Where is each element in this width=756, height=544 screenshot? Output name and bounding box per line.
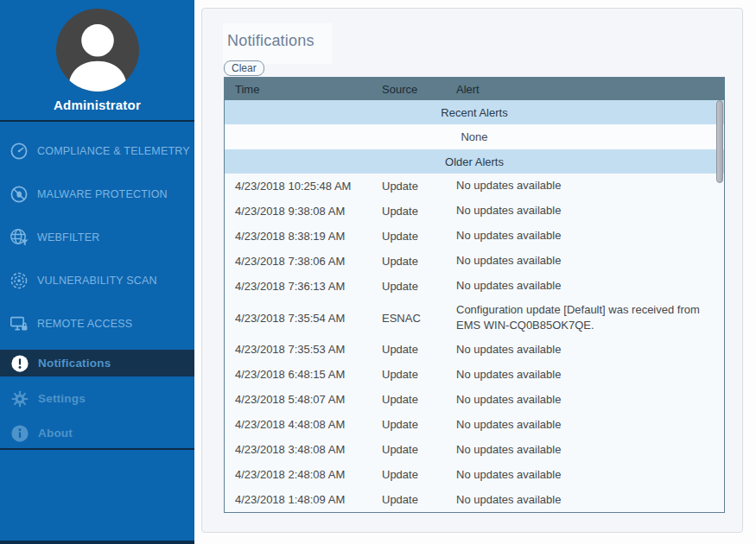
time-cell: 4/23/2018 4:48:08 AM	[235, 418, 382, 431]
table-row: 4/23/2018 7:35:53 AMUpdateNo updates ava…	[225, 337, 724, 362]
clear-button[interactable]: Clear	[224, 60, 264, 76]
alert-circle-icon	[10, 354, 29, 373]
alert-cell: No updates available	[456, 342, 724, 357]
alert-cell: No updates available	[456, 253, 724, 269]
time-cell: 4/23/2018 7:35:54 AM	[235, 312, 382, 325]
table-row: 4/23/2018 8:38:19 AMUpdateNo updates ava…	[225, 224, 724, 249]
table-row: 4/23/2018 10:25:48 AMUpdateNo updates av…	[225, 174, 724, 199]
time-cell: 4/23/2018 3:48:08 AM	[235, 443, 382, 456]
source-cell: ESNAC	[382, 312, 456, 325]
source-cell: Update	[382, 180, 456, 193]
sidebar-item-settings[interactable]: Settings	[0, 385, 194, 412]
table-header: Time Source Alert	[225, 78, 724, 100]
time-cell: 4/23/2018 8:38:19 AM	[235, 230, 382, 243]
source-cell: Update	[382, 280, 456, 293]
table-row: 4/23/2018 5:48:07 AMUpdateNo updates ava…	[225, 387, 724, 412]
alert-cell: No updates available	[456, 392, 724, 408]
sidebar-item-webfilter[interactable]: WEBFILTER	[0, 216, 194, 259]
table-row: 4/23/2018 9:38:08 AMUpdateNo updates ava…	[225, 199, 724, 224]
table-row: 4/23/2018 7:35:54 AMESNACConfiguration u…	[225, 299, 724, 337]
page-title: Notifications	[227, 32, 314, 50]
source-cell: Update	[382, 343, 456, 356]
source-cell: Update	[382, 443, 456, 456]
info-icon	[10, 424, 29, 443]
source-cell: Update	[382, 205, 456, 218]
sidebar-item-vulnerability-scan[interactable]: VULNERABILITY SCAN	[0, 259, 194, 302]
time-cell: 4/23/2018 7:36:13 AM	[235, 280, 382, 293]
section-header-row: Older Alerts	[225, 149, 724, 174]
column-header-source: Source	[382, 83, 456, 96]
sidebar-item-label: COMPLIANCE & TELEMETRY	[37, 145, 190, 157]
table-row: 4/23/2018 3:48:08 AMUpdateNo updates ava…	[225, 437, 724, 462]
column-header-time: Time	[235, 83, 382, 96]
table-row: 4/23/2018 7:38:06 AMUpdateNo updates ava…	[225, 249, 724, 274]
source-cell: Update	[382, 230, 456, 243]
alert-cell: No updates available	[456, 278, 724, 294]
sidebar-item-remote-access[interactable]: REMOTE ACCESS	[0, 302, 194, 345]
time-cell: 4/23/2018 5:48:07 AM	[235, 393, 382, 406]
malware-icon	[9, 184, 29, 205]
alert-cell: Configuration update [Default] was recei…	[456, 302, 724, 333]
sidebar-item-label: VULNERABILITY SCAN	[37, 275, 157, 287]
alert-cell: No updates available	[456, 367, 724, 383]
source-cell: Update	[382, 418, 456, 431]
sidebar-item-about[interactable]: About	[0, 420, 194, 446]
table-row: 4/23/2018 2:48:08 AMUpdateNo updates ava…	[225, 462, 724, 487]
sidebar-item-notifications[interactable]: Notifications	[0, 350, 194, 376]
time-cell: 4/23/2018 1:48:09 AM	[235, 493, 382, 506]
gauge-icon	[9, 141, 29, 161]
table-row: 4/23/2018 7:36:13 AMUpdateNo updates ava…	[225, 274, 724, 299]
sidebar-nav-main: COMPLIANCE & TELEMETRYMALWARE PROTECTION…	[0, 122, 194, 345]
table-row: 4/23/2018 4:48:08 AMUpdateNo updates ava…	[225, 412, 724, 437]
notifications-panel: Notifications Clear Time Source Alert Re…	[201, 8, 743, 533]
time-cell: 4/23/2018 2:48:08 AM	[235, 468, 382, 481]
user-profile: Administrator	[0, 0, 194, 112]
sidebar-item-label: WEBFILTER	[37, 231, 99, 244]
gear-icon	[10, 389, 29, 408]
sidebar: Administrator COMPLIANCE & TELEMETRYMALW…	[0, 0, 194, 544]
time-cell: 4/23/2018 10:25:48 AM	[235, 180, 382, 193]
vulnerability-scan-icon	[9, 270, 29, 291]
time-cell: 4/23/2018 7:35:53 AM	[235, 343, 382, 356]
sidebar-item-label: Notifications	[38, 357, 111, 370]
table-row: 4/23/2018 6:48:15 AMUpdateNo updates ava…	[225, 362, 724, 387]
source-cell: Update	[382, 493, 456, 506]
sidebar-bottom-edge	[0, 541, 194, 544]
sidebar-divider	[0, 448, 194, 450]
time-cell: 4/23/2018 6:48:15 AM	[235, 368, 382, 381]
alert-cell: No updates available	[456, 178, 724, 193]
alerts-table: Time Source Alert Recent AlertsNoneOlder…	[224, 77, 725, 513]
source-cell: Update	[382, 368, 456, 381]
alert-cell: No updates available	[456, 417, 724, 433]
time-cell: 4/23/2018 7:38:06 AM	[235, 255, 382, 268]
remote-desktop-icon	[9, 313, 29, 334]
webfilter-icon	[9, 227, 29, 248]
user-avatar	[56, 9, 139, 92]
table-scrollbar-thumb[interactable]	[716, 100, 723, 183]
empty-message-label: None	[461, 130, 487, 143]
sidebar-item-label: MALWARE PROTECTION	[37, 188, 168, 200]
user-name-label: Administrator	[0, 98, 194, 112]
sidebar-item-label: About	[38, 427, 73, 440]
sidebar-item-label: REMOTE ACCESS	[37, 318, 132, 330]
app-window: Administrator COMPLIANCE & TELEMETRYMALW…	[0, 0, 756, 544]
sidebar-item-malware-protection[interactable]: MALWARE PROTECTION	[0, 173, 194, 216]
sidebar-item-label: Settings	[38, 392, 86, 405]
table-body: Recent AlertsNoneOlder Alerts4/23/2018 1…	[225, 100, 724, 512]
alert-cell: No updates available	[456, 442, 724, 458]
column-header-alert: Alert	[456, 83, 724, 96]
section-header-label: Recent Alerts	[441, 106, 507, 119]
time-cell: 4/23/2018 9:38:08 AM	[235, 205, 382, 218]
alert-cell: No updates available	[456, 228, 724, 244]
alert-cell: No updates available	[456, 467, 724, 483]
alert-cell: No updates available	[456, 203, 724, 218]
sidebar-item-compliance-telemetry[interactable]: COMPLIANCE & TELEMETRY	[0, 130, 194, 173]
empty-message-row: None	[225, 124, 724, 149]
source-cell: Update	[382, 393, 456, 406]
section-header-label: Older Alerts	[445, 155, 504, 168]
source-cell: Update	[382, 255, 456, 268]
alert-cell: No updates available	[456, 492, 724, 508]
section-header-row: Recent Alerts	[225, 100, 724, 124]
person-icon	[56, 9, 139, 92]
table-row: 4/23/2018 1:48:09 AMUpdateNo updates ava…	[225, 487, 724, 512]
